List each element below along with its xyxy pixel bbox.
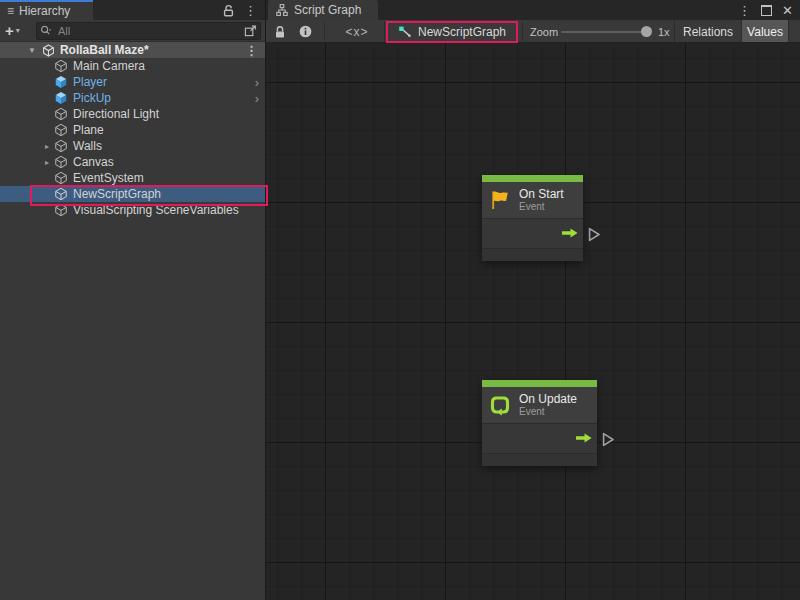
prefab-cube-icon	[54, 91, 68, 105]
script-graph-tabstrip: Script Graph ⋮ ✕	[266, 0, 800, 20]
node-on-start[interactable]: On Start Event	[482, 175, 583, 261]
hierarchy-item-walls[interactable]: ▸ Walls	[0, 138, 265, 154]
hierarchy-icon: ≡	[7, 5, 14, 17]
unlock-icon[interactable]	[223, 4, 234, 17]
search-icon	[40, 25, 53, 36]
blackboard-variables-icon[interactable]: <x>	[340, 20, 374, 43]
gameobject-cube-icon	[54, 171, 68, 185]
values-toggle-button[interactable]: Values	[741, 20, 788, 43]
tab-script-graph-label: Script Graph	[294, 3, 361, 17]
hierarchy-item-player[interactable]: Player ›	[0, 74, 265, 90]
node-accent-bar	[482, 175, 583, 182]
relations-toggle-button[interactable]: Relations	[674, 20, 741, 43]
node-footer	[482, 454, 597, 466]
update-loop-icon	[488, 393, 512, 417]
dropdown-arrow-icon: ▾	[16, 26, 20, 35]
expand-arrow-icon[interactable]: ▸	[40, 142, 54, 151]
flag-icon	[488, 188, 512, 212]
hierarchy-toolbar: + ▾	[0, 20, 265, 42]
node-title: On Start	[519, 187, 564, 201]
gameobject-cube-icon	[54, 139, 68, 153]
item-label: Main Camera	[73, 59, 145, 73]
panel-splitter[interactable]	[265, 0, 266, 600]
node-header[interactable]: On Update Event	[482, 387, 597, 423]
control-flow-arrow-icon	[562, 228, 578, 238]
plus-icon: +	[5, 23, 14, 38]
graph-canvas[interactable]: On Start Event On Updat	[266, 43, 800, 600]
zoom-slider-track[interactable]	[561, 31, 647, 33]
unity-scene-icon	[42, 44, 55, 57]
graph-asset-button[interactable]: NewScriptGraph	[386, 20, 518, 43]
prefab-chevron-icon[interactable]: ›	[255, 76, 259, 89]
hierarchy-item-main-camera[interactable]: Main Camera	[0, 58, 265, 74]
gameobject-cube-icon	[54, 123, 68, 137]
search-popout-icon[interactable]	[244, 24, 257, 37]
prefab-chevron-icon[interactable]: ›	[255, 92, 259, 105]
node-on-update[interactable]: On Update Event	[482, 380, 597, 466]
hierarchy-item-visualscripting-scenevariables[interactable]: VisualScripting SceneVariables	[0, 202, 265, 218]
gameobject-cube-icon	[54, 187, 68, 201]
scene-name: RollaBall Maze*	[60, 43, 149, 57]
item-label: Plane	[73, 123, 104, 137]
scene-header-rollaball-maze[interactable]: ▼ RollaBall Maze* ⋮	[0, 42, 265, 58]
tab-hierarchy-label: Hierarchy	[19, 4, 70, 18]
item-label: Player	[73, 75, 107, 89]
gameobject-cube-icon	[54, 203, 68, 217]
node-title: On Update	[519, 392, 577, 406]
graph-icon	[276, 4, 288, 16]
dim-toggle-button[interactable]: Dim	[788, 20, 800, 43]
node-subtitle: Event	[519, 406, 577, 418]
tab-hierarchy[interactable]: ≡ Hierarchy	[0, 0, 93, 20]
scene-menu-kebab-icon[interactable]: ⋮	[245, 44, 258, 57]
zoom-label: Zoom	[530, 20, 558, 43]
control-flow-arrow-icon	[576, 433, 592, 443]
zoom-slider-handle[interactable]	[641, 26, 652, 37]
graph-asset-name: NewScriptGraph	[418, 25, 506, 39]
hierarchy-item-pickup[interactable]: PickUp ›	[0, 90, 265, 106]
item-label: VisualScripting SceneVariables	[73, 203, 239, 217]
item-label: Canvas	[73, 155, 114, 169]
hierarchy-item-newscriptgraph[interactable]: NewScriptGraph	[0, 186, 265, 202]
trigger-output-port[interactable]	[602, 432, 615, 447]
hierarchy-menu-kebab-icon[interactable]: ⋮	[244, 4, 257, 17]
scene-collapse-icon[interactable]: ▼	[28, 46, 36, 55]
close-icon[interactable]: ✕	[782, 4, 793, 17]
expand-arrow-icon[interactable]: ▸	[40, 158, 54, 167]
trigger-output-port[interactable]	[588, 227, 601, 242]
script-graph-asset-icon	[398, 25, 412, 39]
hierarchy-item-eventsystem[interactable]: EventSystem	[0, 170, 265, 186]
node-footer	[482, 249, 583, 261]
hierarchy-tree: Main Camera Player › PickUp › Directiona…	[0, 58, 265, 218]
lock-icon[interactable]	[274, 20, 286, 43]
window-menu-kebab-icon[interactable]: ⋮	[738, 4, 751, 17]
gameobject-cube-icon	[54, 107, 68, 121]
item-label: NewScriptGraph	[73, 187, 161, 201]
item-label: Directional Light	[73, 107, 159, 121]
node-body	[482, 423, 597, 454]
node-subtitle: Event	[519, 201, 564, 213]
hierarchy-item-canvas[interactable]: ▸ Canvas	[0, 154, 265, 170]
hierarchy-search-field[interactable]	[36, 22, 261, 40]
hierarchy-item-directional-light[interactable]: Directional Light	[0, 106, 265, 122]
hierarchy-item-plane[interactable]: Plane	[0, 122, 265, 138]
item-label: PickUp	[73, 91, 111, 105]
hierarchy-tabstrip: ≡ Hierarchy ⋮	[0, 0, 265, 20]
add-object-button[interactable]: + ▾	[5, 23, 33, 38]
zoom-value: 1x	[658, 20, 670, 43]
search-input[interactable]	[56, 24, 244, 38]
maximize-icon[interactable]	[761, 5, 772, 16]
gameobject-cube-icon	[54, 155, 68, 169]
gameobject-cube-icon	[54, 59, 68, 73]
node-accent-bar	[482, 380, 597, 387]
tab-script-graph[interactable]: Script Graph	[268, 0, 378, 20]
node-header[interactable]: On Start Event	[482, 182, 583, 218]
prefab-cube-icon	[54, 75, 68, 89]
graph-toolbar: <x> NewScriptGraph Zoom 1x Relations Val…	[266, 20, 800, 43]
script-graph-panel: Script Graph ⋮ ✕ <x> NewScriptGraph Zoom…	[266, 0, 800, 600]
info-icon[interactable]	[299, 20, 312, 43]
node-body	[482, 218, 583, 249]
item-label: Walls	[73, 139, 102, 153]
hierarchy-panel: ≡ Hierarchy ⋮ + ▾ ▼ RollaB	[0, 0, 265, 600]
item-label: EventSystem	[73, 171, 144, 185]
